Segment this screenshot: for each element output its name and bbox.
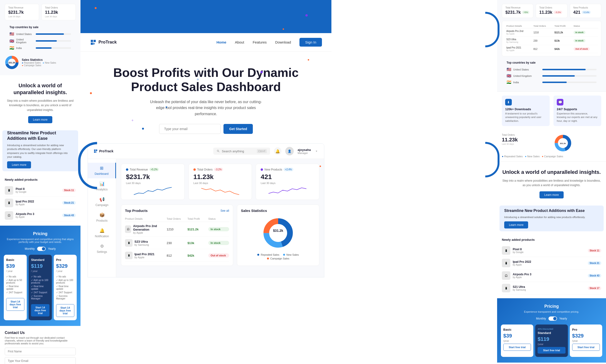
right-pro-plan: Pro $329 /year Start free trial <box>570 325 602 357</box>
new-products-value: 421 <box>261 173 314 181</box>
sidebar-item-products[interactable]: 📦 Products <box>88 209 116 225</box>
legend-new: New Sales <box>283 253 299 256</box>
dashboard-body: ⊞ Dashboard 📊 Analytics 📢 Campaign 📦 Pro… <box>88 159 324 277</box>
basic-period: / year <box>6 270 24 273</box>
ipad-brand: by Apple <box>16 203 60 206</box>
right-airpods-name: Airpods Pro 3 <box>513 273 585 276</box>
airpods-info: Airpods Pro 3 by Apple <box>16 212 60 218</box>
nav-about-link[interactable]: About <box>235 40 244 44</box>
nav-features-link[interactable]: Features <box>253 40 267 44</box>
left-revenue-label: Total Revenue <box>8 6 36 9</box>
left-orders-sub: Last 30 days <box>45 15 72 18</box>
fdot-5 <box>142 128 144 130</box>
hero-email-input[interactable] <box>159 124 221 134</box>
ipad-stock: Stock 21 <box>62 201 76 205</box>
airpods-brand: by Apple <box>16 216 60 218</box>
airpods-product-name: Airpods Pro 2nd Generation <box>133 224 167 231</box>
right-pro-cta[interactable]: Start free trial <box>572 344 600 351</box>
nav-about[interactable]: About <box>235 40 244 44</box>
left-product-pixel: 📱 Pixel 8 by Google Stock 11 <box>5 184 76 197</box>
pro-f2: ✓ Add up to 100 products <box>56 278 74 285</box>
get-started-button[interactable]: Get Started <box>223 124 253 134</box>
right-bar-bg-us <box>542 69 596 70</box>
s23-product-info: S23 Ultra by Samsung <box>135 240 149 246</box>
right-product-ipad: 📱 Ipad Pro 2022 by Apple Stock 21 <box>502 257 601 269</box>
right-feature-headline: Unlock a world of unparalleled insights. <box>502 169 601 176</box>
campaign-icon: 📢 <box>99 197 105 202</box>
s23-product-brand: by Samsung <box>135 243 149 246</box>
fdot-3 <box>260 71 263 73</box>
pro-price: $329 <box>56 263 74 269</box>
ipad-product-info: Ipad Pro 2021 by Apple <box>135 252 155 259</box>
right-country-in: 🇮🇳 India <box>507 79 596 85</box>
new-products-sub: Last 30 days <box>261 182 314 184</box>
search-bar[interactable]: Ctrl+F <box>213 148 270 155</box>
dashboard-main: Total Revenue +5.2% $231.7k Last 30 days <box>116 159 324 277</box>
basic-cta[interactable]: Start 14 days free trial <box>6 298 24 311</box>
left-sales-mini: $31.2k Sales Statistics ● Repeated Sales… <box>5 53 76 71</box>
right-basic-price: $39 <box>503 333 531 339</box>
right-flag-uk: 🇬🇧 <box>507 74 511 78</box>
signin-button[interactable]: Sign In <box>299 38 322 47</box>
nav-features[interactable]: Features <box>253 40 267 44</box>
country-name-uk: United Kingdom <box>16 38 34 44</box>
standard-plan: Standard $119 / year ✓ No ads ✓ Add up t… <box>29 255 52 320</box>
orders-badge: -3.2% <box>214 168 223 171</box>
right-streamline-btn[interactable]: Learn more <box>504 221 528 228</box>
support-downloads-desc: A testament to our product's unwavering … <box>505 112 546 123</box>
nav-home-link[interactable]: Home <box>216 40 226 44</box>
sidebar-item-settings[interactable]: ⚙ Settings <box>88 241 116 256</box>
streamline-section: Streamline New Product Additions with Ea… <box>2 130 78 171</box>
basic-f4: ✓ 24/7 Support <box>6 291 24 294</box>
pro-cta[interactable]: Start 14 days free trial <box>56 304 74 317</box>
search-input[interactable] <box>222 149 255 153</box>
legend-campaign: Campaign Sales <box>267 257 290 260</box>
legend-repeated: Repeated Sales <box>257 253 279 256</box>
left-pricing-title: Pricing <box>4 231 77 236</box>
learn-more-button[interactable]: Learn more <box>28 116 52 123</box>
countries-title: Top countries by sale <box>10 26 71 29</box>
nav-home[interactable]: Home <box>216 40 226 44</box>
right-streamline-desc: Introducing a streamlined solution for a… <box>504 215 599 219</box>
svg-text:$31.2k: $31.2k <box>560 142 566 144</box>
left-sales-legend: ● Repeated Sales ● New Sales <box>22 62 56 64</box>
nav-download[interactable]: Download <box>275 40 291 44</box>
right-revenue-val-row: $231.7k +5% <box>505 9 530 15</box>
search-icon <box>216 149 220 153</box>
nav-links: Home About Features Download <box>216 40 291 44</box>
right-country-us: 🇺🇸 United States <box>507 66 596 73</box>
sales-stats-header: Sales Statistics <box>241 208 315 213</box>
donut-chart: $31.2k <box>241 216 315 249</box>
right-standard-name: Standard <box>538 331 565 335</box>
plus-decor-2: + <box>131 118 134 122</box>
right-basic-cta[interactable]: Start free trial <box>503 344 531 351</box>
ipad-product-name: Ipad Pro 2021 <box>135 252 155 256</box>
right-s21-info: S21 Ultra by Samsung <box>513 285 585 291</box>
right-feature-body: Step into a realm where possibilities ar… <box>502 179 601 188</box>
sidebar-item-campaign[interactable]: 📢 Campaign <box>88 194 116 209</box>
table-row-ipad: 📱 Ipad Pro 2021 by Apple 812 $42k Out of… <box>125 249 229 262</box>
right-orders-mini-sub: Last 30 days <box>502 143 550 145</box>
streamline-learn-button[interactable]: Learn more <box>7 161 31 169</box>
contact-firstname[interactable] <box>5 348 76 355</box>
right-product-airpods: 🎧 Airpods Pro 3 by Apple Stock 43 <box>502 269 601 282</box>
svg-text:$31.2k: $31.2k <box>273 229 283 233</box>
billing-toggle[interactable] <box>37 247 46 251</box>
notification-bell[interactable]: 🔔 <box>274 147 282 155</box>
right-standard-cta[interactable]: Start free trial <box>538 347 565 354</box>
right-product-s21: 📱 S21 Ultra by Samsung Stock 17 <box>502 282 601 295</box>
right-monthly-label: Monthly <box>536 317 546 320</box>
right-s23-orders: 230 <box>532 37 553 45</box>
right-new-products-val-row: 421 +2.4% <box>573 9 598 15</box>
fdot-orange2 <box>283 28 284 30</box>
right-feature-callout: Unlock a world of unparalleled insights.… <box>497 162 606 206</box>
right-standard-discount: 40% Discounted <box>538 328 565 330</box>
standard-cta[interactable]: Start 14 days free trial <box>31 304 49 316</box>
right-billing-toggle[interactable] <box>549 316 557 321</box>
nav-download-link[interactable]: Download <box>275 40 291 44</box>
basic-f2: ✓ Add up to 50 products <box>6 278 24 285</box>
sidebar-item-notification[interactable]: 🔔 Notification <box>88 225 116 241</box>
contact-email[interactable] <box>5 357 76 364</box>
right-learn-button[interactable]: Learn more <box>539 191 563 198</box>
see-all-link[interactable]: See all <box>220 209 229 212</box>
